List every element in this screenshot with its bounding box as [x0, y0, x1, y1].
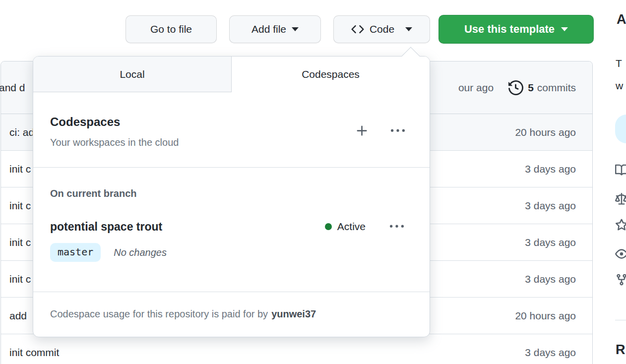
- about-description-fragment: T: [616, 58, 622, 69]
- status-label: Active: [337, 221, 366, 233]
- go-to-file-button[interactable]: Go to file: [125, 15, 217, 43]
- codespace-meta-row: master No changes: [50, 243, 414, 262]
- about-heading-fragment: A: [617, 12, 626, 27]
- star-icon: [615, 219, 626, 232]
- commits-label[interactable]: commits: [537, 82, 576, 94]
- go-to-file-label: Go to file: [150, 23, 192, 35]
- tab-local[interactable]: Local: [33, 57, 232, 92]
- codespaces-header: Codespaces Your workspaces in the cloud: [33, 92, 430, 148]
- footer-owner: yunwei37: [271, 308, 316, 320]
- codespaces-subtitle: Your workspaces in the cloud: [50, 137, 414, 148]
- divider: [33, 167, 430, 168]
- dropdown-tabs: Local Codespaces: [33, 57, 430, 92]
- topic-tag[interactable]: [615, 115, 626, 143]
- row-message[interactable]: init c: [9, 163, 31, 175]
- table-row[interactable]: init commit 3 days ago: [1, 334, 592, 364]
- commit-time-fragment: our ago: [458, 82, 494, 94]
- tab-codespaces[interactable]: Codespaces: [232, 57, 430, 92]
- row-message[interactable]: init commit: [9, 347, 59, 359]
- footer-text: Codespace usage for this repository is p…: [50, 308, 268, 320]
- row-message[interactable]: ci: ad: [9, 126, 34, 138]
- github-repo-page: and d our ago 5 commits ci: ad 20 hours …: [0, 0, 626, 364]
- row-message[interactable]: init c: [9, 237, 31, 248]
- branch-badge[interactable]: master: [50, 243, 101, 262]
- codespace-options-button[interactable]: [389, 219, 404, 234]
- about-description-fragment: w: [616, 80, 623, 92]
- row-message[interactable]: init c: [9, 200, 31, 212]
- on-current-branch-label: On current branch: [50, 188, 414, 199]
- row-time: 20 hours ago: [515, 310, 576, 322]
- row-time: 3 days ago: [525, 237, 576, 248]
- no-changes-label: No changes: [114, 247, 167, 258]
- new-codespace-button[interactable]: [355, 123, 370, 138]
- row-time: 3 days ago: [525, 273, 576, 285]
- law-icon: [615, 193, 626, 206]
- row-time: 3 days ago: [525, 163, 576, 175]
- history-icon: [508, 80, 523, 95]
- row-message[interactable]: add: [9, 310, 27, 322]
- row-time: 3 days ago: [525, 200, 576, 212]
- codespaces-footer: Codespace usage for this repository is p…: [33, 292, 430, 336]
- chevron-down-icon: [292, 27, 299, 31]
- commits-count[interactable]: 5: [528, 82, 534, 94]
- commit-bar-meta: our ago 5 commits: [458, 61, 576, 114]
- codespaces-panel: Codespaces Your workspaces in the cloud …: [33, 92, 430, 338]
- code-label: Code: [370, 23, 394, 35]
- eye-icon: [615, 247, 626, 260]
- use-this-template-label: Use this template: [464, 23, 555, 36]
- releases-heading-fragment: R: [616, 342, 626, 358]
- chevron-down-icon: [405, 27, 412, 31]
- add-file-label: Add file: [251, 23, 286, 35]
- add-file-button[interactable]: Add file: [229, 15, 321, 43]
- codespaces-options-button[interactable]: [390, 123, 405, 138]
- chevron-down-icon: [561, 27, 568, 31]
- codespace-status: Active: [325, 221, 366, 233]
- use-this-template-button[interactable]: Use this template: [438, 15, 594, 44]
- code-button[interactable]: Code: [333, 15, 430, 43]
- codespace-name[interactable]: potential space trout: [50, 220, 162, 233]
- code-dropdown: Local Codespaces Codespaces Your workspa…: [33, 56, 430, 337]
- commit-message-fragment[interactable]: and d: [0, 82, 25, 94]
- kebab-horizontal-icon: [390, 220, 404, 234]
- divider: [615, 320, 626, 320]
- codespace-item[interactable]: potential space trout Active: [33, 220, 430, 234]
- kebab-horizontal-icon: [391, 124, 405, 138]
- active-dot-icon: [325, 223, 332, 230]
- row-message[interactable]: init c: [9, 273, 31, 285]
- code-icon: [351, 23, 364, 36]
- book-icon: [615, 164, 626, 177]
- row-time: 3 days ago: [525, 347, 576, 359]
- plus-icon: [355, 124, 369, 138]
- row-time: 20 hours ago: [515, 126, 576, 138]
- git-fork-icon: [615, 273, 626, 286]
